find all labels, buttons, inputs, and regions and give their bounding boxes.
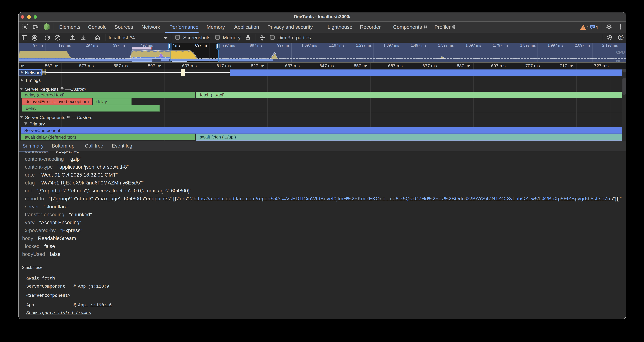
svg-text:?: ? <box>620 36 622 39</box>
